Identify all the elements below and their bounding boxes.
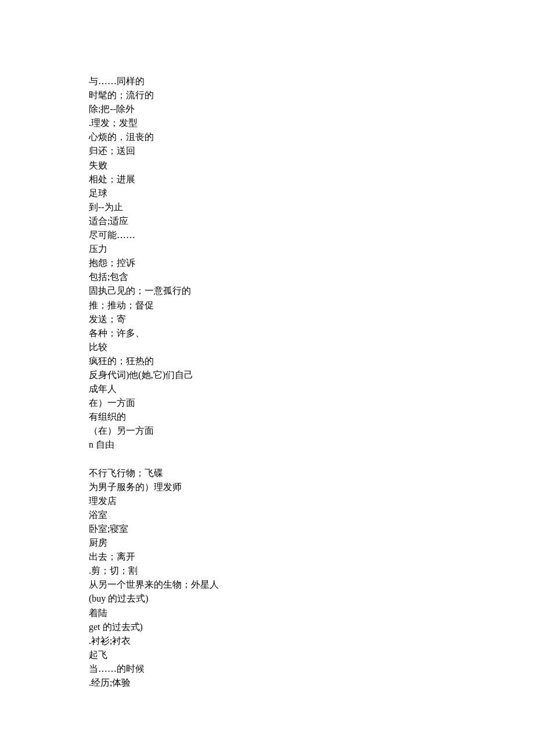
text-line: 推；推动；督促 <box>89 298 449 312</box>
text-line: 着陆 <box>89 606 449 620</box>
text-line: 压力 <box>89 242 449 256</box>
text-line: 心烦的，沮丧的 <box>89 130 449 144</box>
text-line: 为男子服务的）理发师 <box>89 480 449 494</box>
text-line: n 自由 <box>89 438 449 452</box>
text-line: 不行飞行物；飞碟 <box>89 466 449 480</box>
text-line: 包括;包含 <box>89 270 449 284</box>
text-line: 时髦的；流行的 <box>89 88 449 102</box>
text-line: 反身代词)他(她,它)们自己 <box>89 368 449 382</box>
text-line: 失败 <box>89 159 449 172</box>
text-line: 各种；许多、 <box>89 326 449 340</box>
text-line: .衬衫;衬衣 <box>89 634 449 648</box>
text-line: 卧室;寝室 <box>89 522 449 536</box>
text-line: 浴室 <box>89 508 449 522</box>
text-line: 有组织的 <box>89 410 449 424</box>
text-line: 出去；离开 <box>89 550 449 564</box>
text-line: get 的过去式) <box>89 620 449 634</box>
text-line: 除;把--除外 <box>89 102 449 116</box>
text-line: 疯狂的；狂热的 <box>89 354 449 368</box>
text-line: 厨房 <box>89 536 449 550</box>
text-line: 到--为止 <box>89 200 449 214</box>
document-page: 与……同样的时髦的；流行的除;把--除外.理发；发型心烦的，沮丧的归还；送回失败… <box>0 0 449 690</box>
text-line: .理发；发型 <box>89 116 449 130</box>
text-line: .剪；切；割 <box>89 564 449 578</box>
text-line: 比较 <box>89 340 449 354</box>
blank-line <box>89 452 449 466</box>
text-line: 尽可能…… <box>89 228 449 242</box>
text-line: 起飞 <box>89 648 449 662</box>
text-line: （在）另一方面 <box>89 424 449 438</box>
text-line: 理发店 <box>89 494 449 508</box>
text-line: 固执己见的；一意孤行的 <box>89 284 449 298</box>
text-line: (buy 的过去式) <box>89 592 449 606</box>
text-content: 与……同样的时髦的；流行的除;把--除外.理发；发型心烦的，沮丧的归还；送回失败… <box>89 74 449 690</box>
text-line: .经历;体验 <box>89 676 449 690</box>
text-line: 发送；寄 <box>89 312 449 326</box>
text-line: 在）一方面 <box>89 396 449 410</box>
text-line: 成年人 <box>89 382 449 396</box>
text-line: 适合;适应 <box>89 214 449 228</box>
text-line: 从另一个世界来的生物；外星人 <box>89 578 449 592</box>
text-line: 归还；送回 <box>89 144 449 158</box>
text-line: 当……的时候 <box>89 662 449 676</box>
text-line: 抱怨；控诉 <box>89 256 449 270</box>
text-line: 足球 <box>89 186 449 200</box>
text-line: 相处；进展 <box>89 172 449 186</box>
text-line: 与……同样的 <box>89 74 449 88</box>
